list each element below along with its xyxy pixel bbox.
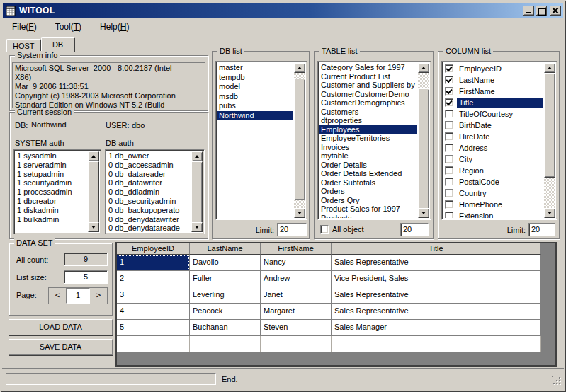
list-item[interactable]: 1 db_owner <box>107 151 191 161</box>
system-auth-list[interactable]: 1 sysadmin1 serveradmin1 setupadmin1 sec… <box>13 149 101 234</box>
next-page-button[interactable]: > <box>90 288 107 304</box>
list-item[interactable]: 1 dbcreator <box>16 197 87 206</box>
table-list-item[interactable]: CustomerCustomerDemo <box>319 90 417 99</box>
checkbox-icon[interactable] <box>445 178 453 186</box>
checkbox-icon[interactable] <box>445 98 453 107</box>
list-item[interactable]: 0 db_securityadmin <box>107 197 191 206</box>
checkbox-icon[interactable] <box>445 76 453 84</box>
prev-page-button[interactable]: < <box>49 288 66 304</box>
list-item[interactable]: 0 db_backupoperato <box>107 206 191 215</box>
grid-header-cell[interactable]: EmployeeID <box>117 243 190 255</box>
checkbox-icon[interactable] <box>445 189 453 197</box>
column-item[interactable]: HomePhone <box>443 199 543 210</box>
title-bar[interactable]: WITOOL <box>3 3 563 18</box>
chevron-up-icon[interactable] <box>418 63 429 73</box>
column-item[interactable]: Address <box>443 142 543 154</box>
table-list-item[interactable]: Category Sales for 1997 <box>319 63 417 72</box>
scrollbar-thumb[interactable] <box>294 79 305 200</box>
column-limit-input[interactable]: 20 <box>528 223 555 236</box>
grid-header-cell[interactable]: Title <box>332 243 541 255</box>
grid-cell[interactable]: Sales Representative <box>332 287 541 304</box>
grid-row[interactable]: 4 Peacock Margaret Sales Representative <box>117 304 555 320</box>
column-item[interactable]: Extension <box>443 210 543 218</box>
chevron-down-icon[interactable] <box>191 222 203 232</box>
scrollbar-thumb[interactable] <box>418 88 429 211</box>
column-item[interactable]: BirthDate <box>443 120 543 131</box>
grid-cell[interactable]: 2 <box>117 271 190 287</box>
table-list-item[interactable]: Order Details Extended <box>319 169 417 178</box>
scrollbar[interactable] <box>544 63 555 218</box>
grid-header-cell[interactable]: FirstName <box>261 243 332 255</box>
column-list[interactable]: EmployeeID LastName FirstName Title Titl… <box>441 61 557 220</box>
list-item[interactable]: 1 serveradmin <box>16 161 87 170</box>
db-list[interactable]: mastertempdbmodelmsdbpubsNorthwind <box>215 61 307 220</box>
db-list-item[interactable]: pubs <box>217 101 293 111</box>
close-icon[interactable] <box>550 6 561 16</box>
table-list[interactable]: Category Sales for 1997Current Product L… <box>317 61 431 220</box>
grid-cell[interactable]: Vice President, Sales <box>332 271 541 287</box>
checkbox-icon[interactable] <box>445 121 453 129</box>
checkbox-icon[interactable] <box>445 155 453 163</box>
list-item[interactable]: 0 db_datareader <box>107 170 191 179</box>
grid-row[interactable]: 1 Davolio Nancy Sales Representative <box>117 255 555 271</box>
column-item[interactable]: EmployeeID <box>443 63 543 74</box>
column-item[interactable]: Country <box>443 188 543 199</box>
grid-cell[interactable]: Leverling <box>190 287 261 304</box>
save-data-button[interactable]: SAVE DATA <box>9 339 113 355</box>
menu-tool[interactable]: Tool(T) <box>55 22 81 32</box>
db-list-item[interactable]: msdb <box>217 92 293 102</box>
checkbox-icon[interactable] <box>445 212 453 218</box>
tab-db[interactable]: DB <box>41 37 75 52</box>
menu-file[interactable]: File(F) <box>12 22 37 32</box>
grid-cell[interactable]: Sales Representative <box>332 304 541 320</box>
table-list-item[interactable]: Customer and Suppliers by <box>319 81 417 90</box>
resize-grip-icon[interactable] <box>552 376 562 386</box>
grid-cell[interactable]: 3 <box>117 287 190 304</box>
load-data-button[interactable]: LOAD DATA <box>9 319 113 335</box>
grid-cell[interactable]: Janet <box>261 287 332 304</box>
table-list-item[interactable]: Current Product List <box>319 72 417 81</box>
grid-cell[interactable]: Peacock <box>190 304 261 320</box>
table-list-item[interactable]: Employees <box>319 125 417 134</box>
table-list-item[interactable]: mytable <box>319 151 417 161</box>
list-item[interactable]: 0 db_ddladmin <box>107 188 191 197</box>
checkbox-icon[interactable] <box>320 225 329 234</box>
list-item[interactable]: 1 processadmin <box>16 188 87 197</box>
scrollbar-thumb[interactable] <box>544 73 555 178</box>
chevron-up-icon[interactable] <box>88 151 99 161</box>
table-list-item[interactable]: Orders Qry <box>319 196 417 205</box>
checkbox-icon[interactable] <box>445 166 453 175</box>
menu-help[interactable]: Help(H) <box>100 22 129 32</box>
table-list-item[interactable]: Orders <box>319 187 417 196</box>
minimize-icon[interactable] <box>523 6 534 16</box>
list-item[interactable]: 0 db_datawriter <box>107 178 191 188</box>
list-item[interactable]: 1 sysadmin <box>16 151 87 161</box>
column-item[interactable]: PostalCode <box>443 176 543 188</box>
table-list-item[interactable]: dtproperties <box>319 116 417 125</box>
page-input[interactable]: 1 <box>66 288 90 304</box>
table-list-item[interactable]: Product Sales for 1997 <box>319 204 417 214</box>
checkbox-icon[interactable] <box>445 64 453 73</box>
db-limit-input[interactable]: 20 <box>277 223 307 236</box>
list-item[interactable]: 1 bulkadmin <box>16 215 87 224</box>
grid-row[interactable]: 5 Buchanan Steven Sales Manager <box>117 320 555 336</box>
grid-header-cell[interactable]: LastName <box>190 243 261 255</box>
grid-cell[interactable]: Steven <box>261 320 332 336</box>
grid-cell[interactable]: 4 <box>117 304 190 320</box>
scrollbar[interactable] <box>418 63 429 218</box>
list-item[interactable]: 1 securityadmin <box>16 178 87 188</box>
db-list-item[interactable]: tempdb <box>217 73 293 83</box>
table-limit-input[interactable]: 20 <box>400 223 429 236</box>
column-item[interactable]: Title <box>443 97 543 108</box>
checkbox-icon[interactable] <box>445 200 453 209</box>
table-list-item[interactable]: Order Subtotals <box>319 178 417 188</box>
table-list-item[interactable]: Order Details <box>319 161 417 170</box>
data-grid[interactable]: EmployeeIDLastNameFirstNameTitle 1 Davol… <box>115 242 557 367</box>
table-list-item[interactable]: Invoices <box>319 143 417 152</box>
column-item[interactable]: HireDate <box>443 131 543 142</box>
scrollbar-thumb[interactable] <box>88 161 99 224</box>
chevron-down-icon[interactable] <box>88 222 99 232</box>
table-list-item[interactable]: CustomerDemographics <box>319 98 417 108</box>
all-object-checkbox[interactable]: All object <box>319 225 364 234</box>
grid-cell[interactable]: Margaret <box>261 304 332 320</box>
